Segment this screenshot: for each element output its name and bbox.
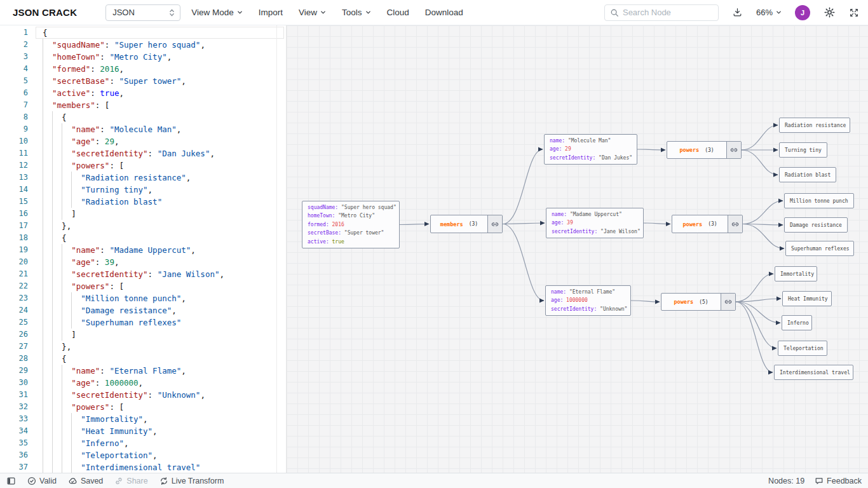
live-transform-toggle[interactable]: Live Transform	[159, 477, 224, 485]
line-number: 3	[0, 51, 28, 63]
graph-node-l3[interactable]: Radiation blast	[779, 167, 836, 182]
code-line[interactable]: "Inferno",	[43, 437, 286, 449]
menu-view-mode[interactable]: View Mode	[191, 8, 243, 17]
code-line[interactable]: "secretIdentity": "Dan Jukes",	[43, 147, 286, 159]
code-line[interactable]: "secretIdentity": "Unknown",	[43, 389, 286, 401]
code-line[interactable]: "Interdimensional travel"	[43, 461, 286, 473]
code-line[interactable]: "Immortality",	[43, 413, 286, 425]
leaf-node-text: Heat Immunity	[788, 296, 828, 302]
node-row: active: true	[308, 238, 394, 247]
menu-tools[interactable]: Tools	[342, 8, 371, 17]
search-node-box[interactable]	[604, 4, 719, 21]
code-line[interactable]: "Teleportation",	[43, 449, 286, 461]
code-line[interactable]: "members": [	[43, 99, 286, 111]
graph-node-l10[interactable]: Teleportation	[778, 341, 827, 356]
code-line[interactable]: "formed": 2016,	[43, 63, 286, 75]
code-line[interactable]: "secretIdentity": "Jane Wilson",	[43, 268, 286, 280]
leaf-node-text: Superhuman reflexes	[791, 246, 850, 252]
graph-node-m1[interactable]: name: "Molecule Man"age: 29secretIdentit…	[544, 134, 637, 165]
graph-node-l4[interactable]: Million tonne punch	[784, 193, 854, 208]
graph-node-l1[interactable]: Radiation resistance	[779, 118, 850, 133]
graph-node-l11[interactable]: Interdimensional travel	[774, 365, 853, 380]
app-logo: JSON CRACK	[13, 7, 77, 18]
code-line[interactable]: "homeTown": "Metro City",	[43, 51, 286, 63]
graph-node-m3[interactable]: name: "Eternal Flame"age: 1000000secretI…	[545, 285, 631, 316]
code-line[interactable]: "active": true,	[43, 87, 286, 99]
search-node-input[interactable]	[623, 8, 713, 17]
code-line[interactable]: "powers": [	[43, 280, 286, 292]
code-line[interactable]: "Radiation resistance",	[43, 172, 286, 184]
graph-node-members[interactable]: members(3)	[430, 215, 503, 233]
line-number: 11	[0, 147, 28, 159]
settings-button[interactable]	[824, 6, 836, 18]
code-line[interactable]: "Damage resistance",	[43, 304, 286, 316]
code-line[interactable]: "Million tonne punch",	[43, 292, 286, 304]
refresh-icon	[159, 477, 168, 485]
download-image-button[interactable]	[732, 7, 743, 18]
panel-toggle-button[interactable]	[6, 477, 16, 485]
code-line[interactable]: "powers": [	[43, 401, 286, 413]
menu-view[interactable]: View	[299, 8, 326, 17]
node-row: secretIdentity: "Unknown"	[551, 305, 625, 314]
graph-node-l8[interactable]: Heat Immunity	[782, 291, 832, 306]
line-number: 20	[0, 256, 28, 268]
graph-node-p1[interactable]: powers(3)	[667, 141, 742, 159]
code-line[interactable]: "name": "Madame Uppercut",	[43, 244, 286, 256]
menu-import[interactable]: Import	[259, 8, 283, 17]
code-line[interactable]: "squadName": "Super hero squad",	[43, 39, 286, 51]
code-line[interactable]: "Superhuman reflexes"	[43, 316, 286, 329]
expand-collapse-button[interactable]	[721, 294, 735, 310]
code-line[interactable]: "age": 29,	[43, 135, 286, 147]
code-line[interactable]: },	[43, 341, 286, 353]
format-select[interactable]: JSON	[105, 4, 180, 21]
graph-node-l7[interactable]: Immortality	[775, 266, 817, 281]
node-row: formed: 2016	[308, 220, 394, 229]
graph-node-p3[interactable]: powers(5)	[661, 293, 736, 311]
expand-collapse-button[interactable]	[728, 215, 742, 233]
code-line[interactable]: {	[43, 27, 286, 39]
graph-node-l6[interactable]: Superhuman reflexes	[785, 241, 854, 256]
graph-node-root[interactable]: squadName: "Super hero squad"homeTown: "…	[302, 201, 400, 248]
share-button[interactable]: Share	[114, 477, 147, 485]
graph-node-l9[interactable]: Inferno	[782, 315, 812, 330]
line-number: 14	[0, 184, 28, 196]
graph-node-l2[interactable]: Turning tiny	[779, 142, 827, 158]
code-line[interactable]: ]	[43, 329, 286, 341]
code-line[interactable]: {	[43, 232, 286, 244]
node-row: name: "Eternal Flame"	[551, 288, 625, 297]
graph-node-l5[interactable]: Damage resistance	[784, 217, 848, 233]
line-number: 28	[0, 353, 28, 365]
menu-cloud[interactable]: Cloud	[387, 8, 409, 17]
expand-collapse-button[interactable]	[726, 142, 741, 158]
code-line[interactable]: "Radiation blast"	[43, 196, 286, 208]
graph-node-p2[interactable]: powers(3)	[672, 215, 743, 233]
json-editor-pane[interactable]: 1234567891011121314151617181920212223242…	[0, 25, 286, 473]
toolbar: JSON CRACK JSON View Mode Import View To…	[0, 0, 868, 25]
code-line[interactable]: "age": 1000000,	[43, 377, 286, 389]
fullscreen-button[interactable]	[849, 8, 859, 18]
line-number: 33	[0, 413, 28, 425]
leaf-node-text: Radiation resistance	[785, 123, 846, 128]
menu-download[interactable]: Download	[425, 8, 463, 17]
code-line[interactable]: "Turning tiny",	[43, 184, 286, 196]
code-line[interactable]: "powers": [	[43, 159, 286, 172]
graph-canvas[interactable]: squadName: "Super hero squad"homeTown: "…	[286, 25, 868, 473]
code-area[interactable]: { "squadName": "Super hero squad", "home…	[43, 27, 286, 473]
code-line[interactable]: "name": "Molecule Man",	[43, 123, 286, 135]
code-line[interactable]: {	[43, 111, 286, 123]
zoom-control[interactable]: 66%	[756, 8, 782, 17]
graph-node-m2[interactable]: name: "Madame Uppercut"age: 39secretIden…	[546, 208, 644, 238]
child-count: (5)	[699, 299, 708, 305]
feedback-button[interactable]: Feedback	[815, 477, 862, 485]
avatar[interactable]: J	[795, 5, 810, 20]
code-line[interactable]: {	[43, 353, 286, 365]
status-bar: Valid Saved Share Live Transform Nodes: …	[0, 473, 868, 488]
code-line[interactable]: ]	[43, 208, 286, 220]
expand-collapse-button[interactable]	[487, 215, 502, 233]
code-line[interactable]: "name": "Eternal Flame",	[43, 365, 286, 377]
code-line[interactable]: },	[43, 220, 286, 232]
line-numbers: 1234567891011121314151617181920212223242…	[0, 27, 28, 473]
code-line[interactable]: "secretBase": "Super tower",	[43, 75, 286, 87]
code-line[interactable]: "age": 39,	[43, 256, 286, 268]
code-line[interactable]: "Heat Immunity",	[43, 425, 286, 437]
